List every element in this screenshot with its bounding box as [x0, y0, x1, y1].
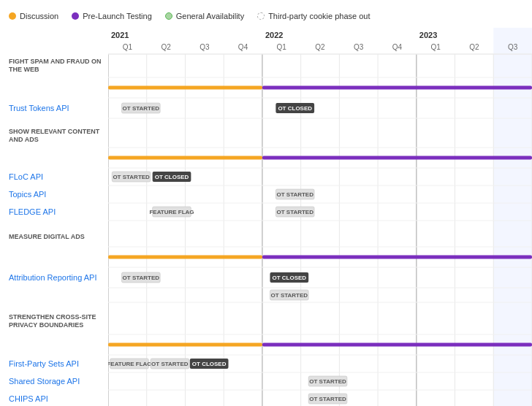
- svg-text:OT STARTED: OT STARTED: [123, 105, 160, 112]
- prelaunch-label: Pre-Launch Testing: [83, 12, 152, 20]
- svg-text:Q1: Q1: [431, 43, 441, 51]
- api-shared-storage[interactable]: Shared Storage API: [0, 372, 108, 390]
- svg-text:OT STARTED: OT STARTED: [276, 209, 314, 215]
- svg-text:Q3: Q3: [200, 43, 210, 51]
- svg-text:2021: 2021: [111, 31, 129, 39]
- svg-text:FEATURE FLAG: FEATURE FLAG: [149, 209, 194, 215]
- svg-text:OT STARTED: OT STARTED: [151, 361, 189, 367]
- svg-text:Q4: Q4: [392, 43, 403, 51]
- svg-rect-68: [262, 256, 532, 259]
- svg-rect-50: [262, 86, 532, 90]
- thirdparty-label: Third-party cookie phase out: [268, 12, 370, 20]
- legend-ga: General Availability: [165, 12, 244, 20]
- labels-column: FIGHT SPAM AND FRAUD ON THE WEB Trust To…: [0, 28, 108, 406]
- svg-rect-67: [108, 256, 262, 259]
- svg-text:OT STARTED: OT STARTED: [276, 191, 314, 198]
- svg-text:OT STARTED: OT STARTED: [123, 275, 160, 281]
- svg-text:Q2: Q2: [315, 43, 325, 51]
- svg-rect-1: [493, 28, 532, 406]
- svg-text:OT CLOSED: OT CLOSED: [278, 105, 312, 112]
- api-trust-tokens[interactable]: Trust Tokens API: [0, 98, 108, 118]
- ga-label: General Availability: [176, 12, 244, 20]
- svg-text:OT STARTED: OT STARTED: [113, 174, 150, 180]
- main-container: Discussion Pre-Launch Testing General Av…: [0, 0, 532, 406]
- svg-text:OT STARTED: OT STARTED: [271, 292, 308, 299]
- svg-text:2022: 2022: [265, 31, 283, 39]
- chart-wrapper: FIGHT SPAM AND FRAUD ON THE WEB Trust To…: [0, 28, 532, 406]
- svg-text:Q3: Q3: [354, 43, 364, 51]
- legend-prelaunch: Pre-Launch Testing: [72, 12, 152, 20]
- svg-text:OT CLOSED: OT CLOSED: [192, 361, 227, 367]
- legend: Discussion Pre-Launch Testing General Av…: [0, 7, 532, 28]
- svg-rect-76: [262, 343, 532, 347]
- svg-text:Q2: Q2: [469, 43, 479, 51]
- category-privacy: STRENGTHEN CROSS-SITE PRIVACY BOUNDARIES: [0, 308, 108, 334]
- svg-text:OT STARTED: OT STARTED: [309, 378, 346, 385]
- api-floc[interactable]: FLoC API: [0, 168, 108, 185]
- api-chips[interactable]: CHIPS API: [0, 390, 108, 406]
- api-first-party-sets[interactable]: First-Party Sets API: [0, 355, 108, 372]
- thirdparty-dot: [257, 12, 265, 20]
- svg-text:Q3: Q3: [508, 43, 518, 51]
- svg-text:Q1: Q1: [123, 43, 133, 51]
- timeline-area: 2021Q1Q2Q3Q42022Q1Q2Q3Q42023Q1Q2Q3OT STA…: [108, 28, 532, 406]
- api-fledge[interactable]: FLEDGE API: [0, 203, 108, 221]
- legend-thirdparty: Third-party cookie phase out: [257, 12, 370, 20]
- ga-dot: [165, 12, 172, 20]
- timeline-svg: 2021Q1Q2Q3Q42022Q1Q2Q3Q42023Q1Q2Q3OT STA…: [108, 28, 532, 406]
- header-spacer: [0, 28, 108, 54]
- discussion-dot: [9, 12, 16, 20]
- category-relevant: SHOW RELEVANT CONTENT AND ADS: [0, 124, 108, 148]
- svg-rect-49: [108, 86, 262, 90]
- svg-rect-56: [262, 156, 532, 160]
- legend-discussion: Discussion: [9, 12, 58, 20]
- svg-text:OT CLOSED: OT CLOSED: [155, 174, 189, 180]
- svg-text:Q2: Q2: [161, 43, 171, 51]
- discussion-label: Discussion: [20, 12, 58, 20]
- svg-text:OT CLOSED: OT CLOSED: [272, 275, 306, 281]
- api-attribution[interactable]: Attribution Reporting API: [0, 267, 108, 288]
- svg-text:Q4: Q4: [238, 43, 248, 51]
- svg-text:OT STARTED: OT STARTED: [309, 396, 346, 402]
- svg-text:2023: 2023: [419, 31, 437, 39]
- svg-text:Q1: Q1: [277, 43, 287, 51]
- api-topics[interactable]: Topics API: [0, 185, 108, 203]
- category-measure: MEASURE DIGITAL ADS: [0, 226, 108, 247]
- prelaunch-dot: [72, 12, 79, 20]
- svg-rect-75: [108, 343, 262, 347]
- category-spam: FIGHT SPAM AND FRAUD ON THE WEB: [0, 54, 108, 77]
- svg-text:FEATURE FLAG: FEATURE FLAG: [108, 361, 152, 367]
- svg-rect-55: [108, 156, 262, 160]
